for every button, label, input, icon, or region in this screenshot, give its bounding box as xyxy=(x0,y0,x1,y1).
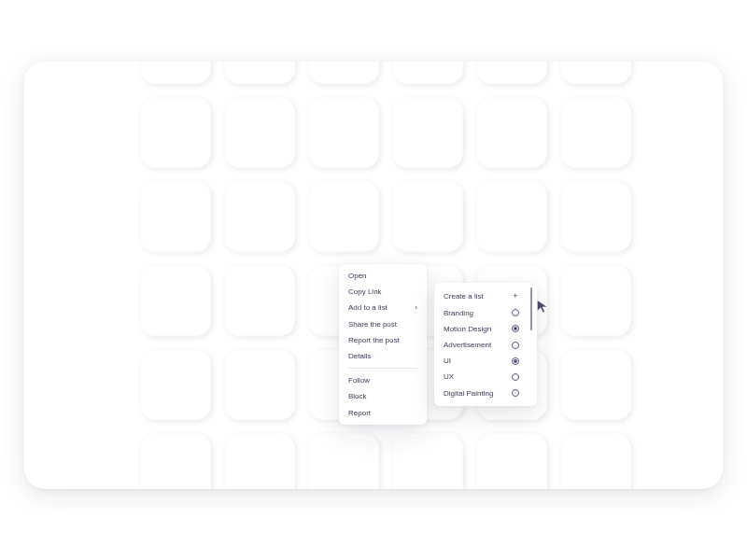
list-option[interactable]: UI xyxy=(434,353,527,369)
context-menu-item-label: Report the post xyxy=(348,335,400,345)
context-menu-item-label: Block xyxy=(348,391,367,401)
create-list-item[interactable]: Create a list + xyxy=(434,287,527,305)
context-menu-item-label: Copy Link xyxy=(348,287,382,297)
list-option-label: Digital Painting xyxy=(444,388,493,399)
menu-separator xyxy=(348,368,417,369)
grid-tile[interactable] xyxy=(476,181,547,252)
grid-tile[interactable] xyxy=(224,181,295,252)
grid-tile[interactable] xyxy=(308,181,379,252)
list-option[interactable]: Branding xyxy=(434,305,527,321)
chevron-right-icon: › xyxy=(415,302,417,313)
grid-tile[interactable] xyxy=(140,349,211,420)
grid-tile[interactable] xyxy=(392,433,463,489)
list-option-label: Branding xyxy=(444,308,473,318)
list-option[interactable]: UX xyxy=(434,369,527,385)
grid-tile[interactable] xyxy=(308,97,379,168)
grid-tile[interactable] xyxy=(476,433,547,489)
context-menu-item[interactable]: Report the post xyxy=(339,332,427,348)
context-menu-item[interactable]: Block xyxy=(339,388,427,404)
grid-tile[interactable] xyxy=(560,349,631,420)
context-menu-item[interactable]: Add to a list› xyxy=(339,300,427,315)
context-menu-item[interactable]: Follow xyxy=(339,372,427,388)
submenu-scrollbar[interactable] xyxy=(530,287,533,401)
grid-tile[interactable] xyxy=(560,181,631,252)
context-menu-item-label: Add to a list xyxy=(348,302,388,313)
list-option-label: UI xyxy=(444,356,451,366)
radio-icon[interactable] xyxy=(512,325,519,332)
grid-tile[interactable] xyxy=(140,181,211,252)
list-option[interactable]: Advertisement xyxy=(434,337,527,353)
list-option-label: Advertisement xyxy=(444,340,491,350)
grid-tile[interactable] xyxy=(560,62,631,84)
grid-tile[interactable] xyxy=(140,62,211,84)
list-option-label: Motion Design xyxy=(444,324,491,334)
list-option[interactable]: Digital Painting xyxy=(434,385,527,401)
grid-tile[interactable] xyxy=(476,97,547,168)
grid-tile[interactable] xyxy=(224,433,295,489)
context-menu-item-label: Share the post xyxy=(348,319,397,329)
grid-tile[interactable] xyxy=(224,62,295,84)
plus-icon: + xyxy=(512,290,519,302)
add-to-list-submenu: Create a list + BrandingMotion DesignAdv… xyxy=(434,283,537,406)
grid-tile[interactable] xyxy=(392,181,463,252)
grid-tile[interactable] xyxy=(140,265,211,336)
grid-tile[interactable] xyxy=(224,265,295,336)
grid-tile[interactable] xyxy=(560,433,631,489)
grid-tile[interactable] xyxy=(476,62,547,84)
context-menu: OpenCopy LinkAdd to a list›Share the pos… xyxy=(339,264,427,425)
grid-tile[interactable] xyxy=(140,97,211,168)
create-list-label: Create a list xyxy=(444,291,484,301)
grid-tile[interactable] xyxy=(224,349,295,420)
context-menu-item-label: Details xyxy=(348,351,371,361)
context-menu-item[interactable]: Details xyxy=(339,348,427,364)
grid-tile[interactable] xyxy=(308,62,379,84)
context-menu-item[interactable]: Copy Link xyxy=(339,284,427,300)
context-menu-item-label: Open xyxy=(348,271,367,281)
grid-tile[interactable] xyxy=(392,62,463,84)
grid-tile[interactable] xyxy=(140,433,211,489)
grid-tile[interactable] xyxy=(392,97,463,168)
context-menu-item-label: Report xyxy=(348,408,371,418)
radio-icon[interactable] xyxy=(512,309,519,316)
context-menu-item-label: Follow xyxy=(348,375,370,385)
context-menu-item[interactable]: Share the post xyxy=(339,316,427,332)
radio-icon[interactable] xyxy=(512,342,519,349)
list-option[interactable]: Motion Design xyxy=(434,321,527,337)
context-menu-item[interactable]: Open xyxy=(339,268,427,284)
radio-icon[interactable] xyxy=(512,357,519,365)
grid-tile[interactable] xyxy=(560,265,631,336)
list-option-label: UX xyxy=(444,371,454,382)
grid-tile[interactable] xyxy=(560,97,631,168)
radio-icon[interactable] xyxy=(512,373,519,381)
grid-tile[interactable] xyxy=(308,433,379,489)
radio-icon[interactable] xyxy=(512,389,519,397)
grid-tile[interactable] xyxy=(224,97,295,168)
context-menu-item[interactable]: Report xyxy=(339,405,427,421)
